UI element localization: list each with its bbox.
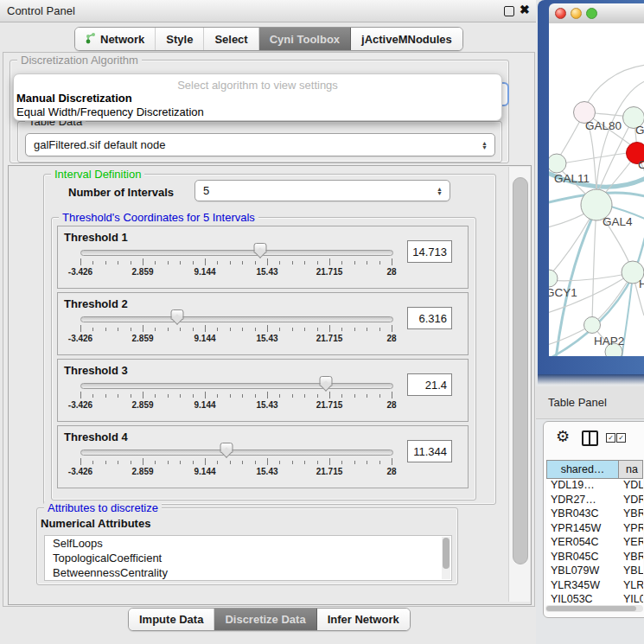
tick-label: 9.144 <box>194 400 215 410</box>
slider-tick-labels: -3.4262.8599.14415.4321.71528 <box>80 334 392 344</box>
zoom-traffic-light-icon[interactable] <box>586 8 597 19</box>
number-of-intervals-combobox[interactable]: 5 ▲▼ <box>194 180 450 201</box>
column-header-shared-name[interactable]: shared… <box>547 461 619 478</box>
number-of-intervals-label: Number of Intervals <box>68 186 174 199</box>
table-row[interactable]: YLR345WYLR3 <box>546 579 643 594</box>
list-item[interactable]: SelfLoops <box>45 536 451 551</box>
columns-icon[interactable] <box>582 430 598 446</box>
threshold-3-slider[interactable] <box>80 383 393 389</box>
tab-style[interactable]: Style <box>156 28 204 50</box>
table-row[interactable]: YPR145WYPR1 <box>546 522 643 537</box>
attributes-scrollbar[interactable] <box>442 537 450 579</box>
tick-label: 21.715 <box>316 334 343 343</box>
label-gal80: GAL80 <box>585 119 622 132</box>
threshold-2-slider[interactable] <box>80 316 393 322</box>
tick-mark <box>392 325 392 332</box>
dropdown-option-equal-width[interactable]: Equal Width/Frequency Discretization <box>16 105 204 118</box>
table-cell[interactable]: YIL053C <box>546 593 618 605</box>
dropdown-option-manual[interactable]: Manual Discretization <box>16 92 132 105</box>
tab-jactivemnodules[interactable]: jActiveMNodules <box>351 28 462 50</box>
label-hap2: HAP2 <box>594 335 624 348</box>
attributes-scrollbar-thumb[interactable] <box>443 538 450 569</box>
table-cell[interactable]: YBL079W <box>546 564 618 579</box>
tick-mark <box>80 258 81 265</box>
threshold-4-slider-handle[interactable] <box>220 443 233 453</box>
settings-scrollbar[interactable] <box>508 167 530 602</box>
network-canvas[interactable]: GAL80 GA C GAL11 GAL4 GCY1 H HAP2 <box>549 23 644 356</box>
tick-label: 9.144 <box>194 467 215 476</box>
table-horizontal-scrollbar-thumb[interactable] <box>546 606 636 611</box>
threshold-2-value-field[interactable]: 6.316 <box>407 307 452 329</box>
tab-infer-network[interactable]: Infer Network <box>317 609 410 630</box>
minimize-traffic-light-icon[interactable] <box>571 8 582 19</box>
tick-mark <box>341 328 342 331</box>
table-data-group: Table Data galFiltered.sif default node … <box>17 121 502 163</box>
discretization-algorithm-group-title: Discretization Algorithm <box>17 54 142 67</box>
settings-scrollbar-thumb[interactable] <box>513 177 528 564</box>
threshold-2-row: Threshold 2 -3.4262.8599.14415.4321.7152… <box>57 292 469 355</box>
tab-impute-data[interactable]: Impute Data <box>129 609 214 630</box>
table-cell[interactable]: YBR043C <box>546 507 618 522</box>
table-row[interactable]: YBR043CYBR0 <box>546 507 643 522</box>
table-row[interactable]: YDR27…YDR2 <box>546 494 643 508</box>
tick-mark <box>118 461 118 464</box>
table-cell[interactable]: YLR345W <box>546 579 618 594</box>
threshold-1-label: Threshold 1 <box>64 231 128 244</box>
table-cell[interactable]: YPR1 <box>618 522 643 537</box>
tab-cyni-toolbox[interactable]: Cyni Toolbox <box>259 28 351 50</box>
list-item[interactable]: TopologicalCoefficient <box>45 551 451 565</box>
tick-mark <box>304 328 305 331</box>
table-cell[interactable]: YDL19… <box>546 479 618 494</box>
tick-mark <box>317 328 318 331</box>
checkbox-icon[interactable]: ✓ <box>616 433 626 443</box>
threshold-1-slider[interactable] <box>80 250 393 256</box>
settings-scrollpane: Interval Definition Number of Intervals … <box>8 165 532 605</box>
table-cell[interactable]: YPR145W <box>546 522 618 537</box>
threshold-4-slider[interactable] <box>80 450 393 456</box>
table-cell[interactable]: YDR2 <box>618 494 643 508</box>
tick-label: 2.859 <box>131 467 153 476</box>
table-cell[interactable]: YBR0 <box>618 551 643 565</box>
tick-mark <box>379 261 380 265</box>
table-cell[interactable]: YLR3 <box>618 579 643 594</box>
table-cell[interactable]: YDL1 <box>618 479 643 494</box>
tick-mark <box>180 261 181 265</box>
table-row[interactable]: YBL079WYBL0 <box>546 564 643 579</box>
threshold-1-slider-handle[interactable] <box>253 243 266 253</box>
table-row[interactable]: YIL053CYIL0 <box>546 593 643 605</box>
threshold-2-slider-handle[interactable] <box>170 309 183 320</box>
table-data-combobox[interactable]: galFiltered.sif default node ▲▼ <box>25 133 495 156</box>
threshold-3-slider-handle[interactable] <box>320 376 333 386</box>
tick-label: 15.43 <box>256 467 277 476</box>
tick-mark <box>80 458 81 465</box>
close-icon[interactable]: ✖ <box>520 3 530 16</box>
table-cell[interactable]: YBR0 <box>618 507 643 522</box>
threshold-4-value-field[interactable]: 11.344 <box>407 440 452 462</box>
column-header-name[interactable]: na <box>619 461 642 478</box>
table-cell[interactable]: YBL0 <box>618 564 643 579</box>
tab-discretize-data[interactable]: Discretize Data <box>214 609 316 630</box>
table-row[interactable]: YDL19…YDL1 <box>546 479 643 494</box>
checkbox-icon[interactable]: ✓ <box>606 433 615 443</box>
tab-network[interactable]: Network <box>75 28 156 50</box>
gear-icon[interactable]: ⚙ <box>556 429 570 444</box>
table-horizontal-scrollbar[interactable] <box>545 605 643 612</box>
slider-ticks <box>80 458 392 466</box>
list-item[interactable]: BetweennessCentrality <box>45 565 451 580</box>
network-window-titlebar[interactable] <box>549 3 644 24</box>
table-row[interactable]: YER054CYER0 <box>546 536 643 551</box>
float-window-icon[interactable] <box>504 6 514 16</box>
table-cell[interactable]: YIL0 <box>618 593 643 605</box>
threshold-1-value-field[interactable]: 14.713 <box>407 240 452 263</box>
table-cell[interactable]: YDR27… <box>546 494 618 508</box>
tab-select[interactable]: Select <box>204 28 258 50</box>
table-cell[interactable]: YBR045C <box>546 551 618 565</box>
threshold-3-value-field[interactable]: 21.4 <box>407 373 452 396</box>
slider-tick-labels: -3.4262.8599.14415.4321.71528 <box>80 400 392 411</box>
tick-mark <box>242 394 243 398</box>
table-row[interactable]: YBR045CYBR0 <box>546 551 643 565</box>
tick-mark <box>292 328 293 331</box>
table-cell[interactable]: YER054C <box>546 536 618 551</box>
close-traffic-light-icon[interactable] <box>555 8 566 19</box>
table-cell[interactable]: YER0 <box>618 536 643 551</box>
